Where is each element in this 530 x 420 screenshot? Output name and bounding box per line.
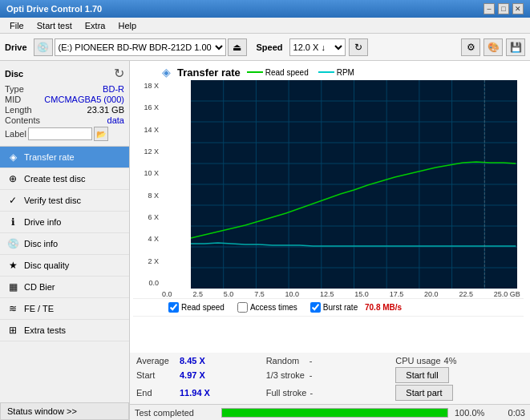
nav-items: ◈ Transfer rate ⊕ Create test disc ✓ Ver… bbox=[0, 147, 129, 341]
burst-rate-checkbox[interactable] bbox=[310, 302, 321, 313]
eject-button[interactable]: ⏏ bbox=[228, 38, 247, 56]
fe-te-icon: ≋ bbox=[6, 302, 19, 315]
app-title: Opti Drive Control 1.70 bbox=[6, 4, 102, 14]
menu-help[interactable]: Help bbox=[111, 19, 143, 32]
legend-rpm-label: RPM bbox=[337, 68, 354, 77]
y-label-14: 14 X bbox=[133, 126, 159, 134]
disc-length-row: Length 23.31 GB bbox=[5, 105, 124, 115]
menu-start-test[interactable]: Start test bbox=[30, 19, 79, 32]
main-content: Disc ↻ Type BD-R MID CMCMAGBA5 (000) Len… bbox=[0, 61, 530, 420]
drive-icon: 💿 bbox=[34, 38, 53, 56]
x-label-20: 20.0 bbox=[424, 290, 439, 298]
disc-contents-value: data bbox=[107, 115, 124, 125]
y-label-10: 10 X bbox=[133, 169, 159, 177]
nav-create-test-disc[interactable]: ⊕ Create test disc bbox=[0, 168, 129, 190]
rpm-color-swatch bbox=[318, 71, 334, 73]
status-text: Test completed bbox=[135, 408, 215, 418]
end-label: End bbox=[136, 388, 176, 398]
x-label-5: 5.0 bbox=[224, 290, 234, 298]
nav-verify-test-disc-label: Verify test disc bbox=[24, 196, 81, 205]
end-row: End 11.94 X bbox=[136, 385, 265, 401]
start-part-button[interactable]: Start part bbox=[395, 385, 452, 401]
disc-label-input[interactable] bbox=[28, 127, 92, 140]
minimize-button[interactable]: – bbox=[483, 3, 495, 14]
chart-header: ◈ Transfer rate Read speed RPM bbox=[133, 66, 524, 79]
extra-tests-icon: ⊞ bbox=[6, 324, 19, 337]
speed-dropdown[interactable]: 12.0 X ↓ bbox=[289, 38, 346, 56]
read-speed-checkbox[interactable] bbox=[168, 302, 179, 313]
disc-contents-label: Contents bbox=[5, 115, 40, 125]
cpu-usage-label: CPU usage bbox=[395, 356, 440, 365]
access-times-check-label: Access times bbox=[250, 303, 297, 312]
read-speed-check[interactable]: Read speed bbox=[168, 302, 225, 313]
disc-header: Disc ↻ bbox=[5, 66, 124, 81]
x-label-15: 15.0 bbox=[354, 290, 369, 298]
y-label-2: 2 X bbox=[133, 257, 159, 265]
nav-disc-info-label: Disc info bbox=[24, 239, 58, 248]
start-full-button[interactable]: Start full bbox=[395, 367, 448, 383]
disc-quality-icon: ★ bbox=[6, 259, 19, 272]
nav-drive-info[interactable]: ℹ Drive info bbox=[0, 212, 129, 233]
y-label-16: 16 X bbox=[133, 103, 159, 111]
maximize-button[interactable]: □ bbox=[498, 3, 509, 14]
nav-transfer-rate[interactable]: ◈ Transfer rate bbox=[0, 147, 129, 168]
disc-info-icon: 💿 bbox=[6, 237, 19, 250]
x-label-2-5: 2.5 bbox=[192, 290, 203, 298]
nav-verify-test-disc[interactable]: ✓ Verify test disc bbox=[0, 190, 129, 212]
title-bar: Opti Drive Control 1.70 – □ ✕ bbox=[0, 0, 530, 18]
nav-disc-info[interactable]: 💿 Disc info bbox=[0, 233, 129, 255]
chart-svg bbox=[191, 80, 517, 289]
window-controls: – □ ✕ bbox=[483, 3, 524, 14]
x-label-25: 25.0 GB bbox=[494, 290, 520, 298]
nav-create-test-disc-label: Create test disc bbox=[24, 174, 85, 184]
drive-dropdown[interactable]: (E:) PIONEER BD-RW BDR-212D 1.00 bbox=[55, 38, 226, 56]
full-stroke-value: - bbox=[310, 388, 313, 398]
verify-test-disc-icon: ✓ bbox=[6, 194, 19, 207]
theme-button[interactable]: 🎨 bbox=[483, 38, 503, 56]
y-label-18: 18 X bbox=[133, 82, 159, 90]
settings-button[interactable]: ⚙ bbox=[461, 38, 480, 56]
y-label-6: 6 X bbox=[133, 213, 159, 221]
start-full-row: Start full bbox=[395, 367, 524, 383]
cpu-usage-value: 4% bbox=[444, 356, 457, 365]
random-label: Random bbox=[266, 356, 306, 365]
x-label-22-5: 22.5 bbox=[459, 290, 473, 298]
progress-bar-container bbox=[221, 408, 448, 418]
disc-type-value: BD-R bbox=[103, 84, 124, 94]
access-times-check[interactable]: Access times bbox=[237, 302, 297, 313]
nav-disc-quality[interactable]: ★ Disc quality bbox=[0, 255, 129, 277]
stats-area: Average 8.45 X Random - CPU usage 4% Sta… bbox=[130, 353, 530, 404]
burst-rate-check[interactable]: Burst rate 70.8 MB/s bbox=[310, 302, 402, 313]
disc-label-browse-button[interactable]: 📂 bbox=[94, 127, 108, 141]
create-test-disc-icon: ⊕ bbox=[6, 172, 19, 185]
start-value: 4.97 X bbox=[180, 370, 205, 380]
disc-refresh-icon[interactable]: ↻ bbox=[114, 66, 124, 81]
access-times-checkbox[interactable] bbox=[237, 302, 248, 313]
nav-drive-info-label: Drive info bbox=[24, 217, 61, 227]
x-label-7-5: 7.5 bbox=[254, 290, 265, 298]
legend-read-speed: Read speed bbox=[247, 68, 309, 77]
chart-controls: Read speed Access times Burst rate 70.8 … bbox=[133, 298, 524, 317]
nav-extra-tests[interactable]: ⊞ Extra tests bbox=[0, 320, 129, 341]
refresh-button[interactable]: ↻ bbox=[349, 38, 368, 56]
menu-extra[interactable]: Extra bbox=[79, 19, 112, 32]
legend-rpm: RPM bbox=[318, 68, 354, 77]
close-button[interactable]: ✕ bbox=[512, 3, 524, 14]
read-speed-color-swatch bbox=[247, 71, 263, 73]
x-label-12-5: 12.5 bbox=[320, 290, 334, 298]
menu-file[interactable]: File bbox=[3, 19, 30, 32]
menu-bar: File Start test Extra Help bbox=[0, 18, 530, 34]
nav-fe-te[interactable]: ≋ FE / TE bbox=[0, 298, 129, 320]
progress-bar bbox=[222, 409, 447, 417]
chart-container: ◈ Transfer rate Read speed RPM bbox=[130, 61, 530, 353]
average-label: Average bbox=[136, 356, 176, 365]
random-row: Random - bbox=[266, 356, 394, 365]
save-button[interactable]: 💾 bbox=[506, 38, 525, 56]
start-part-row: Start part bbox=[395, 385, 524, 401]
status-window-button[interactable]: Status window >> bbox=[0, 402, 129, 420]
nav-cd-bier-label: CD Bier bbox=[24, 282, 55, 292]
end-value: 11.94 X bbox=[180, 388, 210, 398]
y-label-12: 12 X bbox=[133, 147, 159, 155]
burst-rate-value: 70.8 MB/s bbox=[365, 303, 402, 312]
nav-cd-bier[interactable]: ▦ CD Bier bbox=[0, 277, 129, 298]
